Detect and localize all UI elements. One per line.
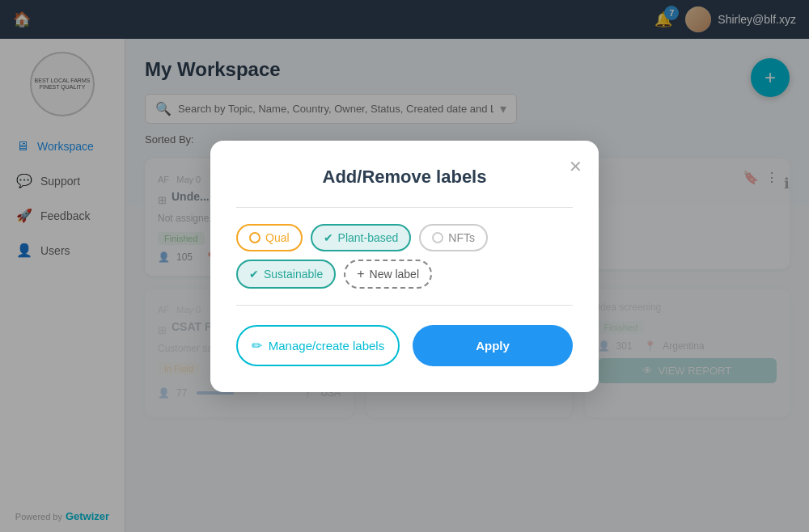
label-name: Qual (265, 231, 290, 244)
modal-title: Add/Remove labels (236, 167, 573, 188)
uncheck-circle-icon (432, 232, 443, 243)
pencil-icon: ✏ (252, 338, 262, 353)
modal-divider (236, 207, 573, 208)
label-chip-sustainable[interactable]: ✔ Sustainable (236, 260, 336, 289)
modal-overlay: Add/Remove labels ✕ Qual ✔ Plant-based N… (0, 0, 809, 532)
check-icon: ✔ (324, 231, 333, 244)
uncheck-circle-icon (249, 232, 260, 243)
labels-area: Qual ✔ Plant-based NFTs ✔ Sustainable + … (236, 224, 573, 289)
label-name: Plant-based (338, 231, 399, 244)
label-name: Sustainable (264, 268, 323, 281)
modal-actions: ✏ Manage/create labels Apply (236, 325, 573, 366)
add-remove-labels-modal: Add/Remove labels ✕ Qual ✔ Plant-based N… (210, 141, 599, 392)
check-icon: ✔ (249, 268, 259, 281)
apply-button[interactable]: Apply (413, 325, 573, 366)
label-name: NFTs (448, 231, 475, 244)
modal-divider2 (236, 305, 573, 306)
manage-label-text: Manage/create labels (269, 339, 384, 353)
modal-close-button[interactable]: ✕ (569, 157, 582, 176)
manage-create-labels-button[interactable]: ✏ Manage/create labels (236, 325, 400, 366)
label-chip-plant-based[interactable]: ✔ Plant-based (311, 224, 412, 251)
label-chip-nfts[interactable]: NFTs (419, 224, 488, 251)
plus-icon: + (357, 267, 364, 281)
label-chip-new-label[interactable]: + New label (344, 260, 432, 289)
label-chip-qual[interactable]: Qual (236, 224, 303, 251)
label-name: New label (370, 268, 419, 281)
